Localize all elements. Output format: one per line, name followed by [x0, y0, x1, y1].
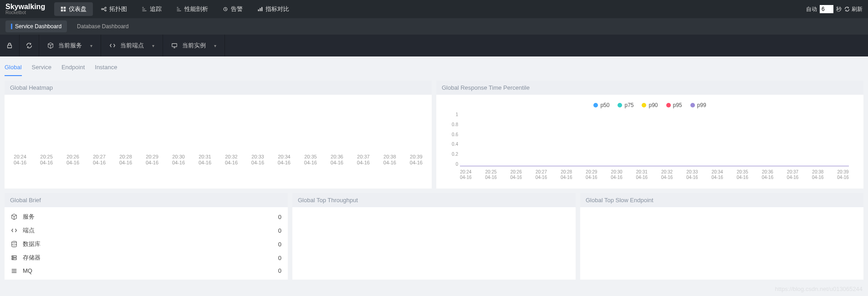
code-icon: [11, 227, 17, 234]
logo-subtitle: Rocketbot: [5, 10, 45, 15]
x-tick: 20:3604-16: [331, 154, 343, 166]
scope-tab-instance[interactable]: Instance: [95, 61, 117, 76]
x-tick: 20:3704-16: [357, 154, 370, 166]
y-tick: 0.2: [445, 152, 458, 157]
service-selector[interactable]: 当前服务 ▾: [39, 35, 101, 56]
auto-unit: 秒: [836, 5, 842, 13]
nav-item-trace[interactable]: 追踪: [135, 2, 168, 16]
legend-item-p75[interactable]: p75: [618, 102, 633, 108]
cube-icon: [47, 42, 54, 49]
percentile-legend: p50p75p90p95p99: [442, 98, 858, 112]
x-tick: 20:3104-16: [636, 169, 648, 180]
nav-item-profile[interactable]: 性能剖析: [170, 2, 214, 16]
top-throughput-panel: Global Top Throughput: [292, 193, 576, 280]
nav-label: 仪表盘: [69, 5, 87, 13]
y-tick: 0.6: [445, 132, 458, 137]
x-tick: 20:3904-16: [410, 154, 423, 166]
dashboard-tab[interactable]: Service Dashboard: [5, 20, 67, 32]
x-tick: 20:3404-16: [278, 154, 291, 166]
logo: Skywalking Rocketbot: [5, 3, 45, 15]
x-tick: 20:2804-16: [119, 154, 132, 166]
brief-value: 0: [278, 267, 281, 274]
brief-label: 存储器: [23, 254, 273, 262]
legend-item-p95[interactable]: p95: [666, 102, 682, 108]
brief-label: MQ: [23, 267, 273, 274]
nav-item-dashboard[interactable]: 仪表盘: [54, 2, 93, 16]
svg-rect-9: [260, 8, 260, 11]
nav-items: 仪表盘拓扑图追踪性能剖析告警指标对比: [54, 2, 296, 16]
lock-icon: [6, 42, 13, 49]
brief-value: 0: [278, 255, 281, 261]
x-tick: 20:3104-16: [199, 154, 211, 166]
x-tick: 20:3804-16: [812, 169, 824, 180]
legend-item-p50[interactable]: p50: [593, 102, 609, 108]
refresh-button[interactable]: 刷新: [844, 5, 863, 13]
top-slow-panel: Global Top Slow Endpoint: [580, 193, 863, 280]
service-label: 当前服务: [58, 41, 82, 50]
flat-line: [460, 166, 849, 166]
brief-label: 端点: [23, 226, 273, 235]
x-tick: 20:3404-16: [711, 169, 723, 180]
brief-list: 服务0端点0数据库0存储器0MQ0: [5, 207, 288, 280]
x-tick: 20:3704-16: [787, 169, 799, 180]
monitor-icon: [171, 42, 178, 49]
reload-icon: [26, 42, 32, 49]
top-throughput-title: Global Top Throughput: [292, 193, 576, 207]
x-tick: 20:3504-16: [736, 169, 748, 180]
top-slow-title: Global Top Slow Endpoint: [580, 193, 863, 207]
legend-label: p75: [624, 102, 633, 108]
svg-rect-11: [8, 45, 12, 48]
svg-rect-12: [172, 44, 177, 47]
svg-point-4: [102, 9, 103, 10]
legend-item-p90[interactable]: p90: [642, 102, 658, 108]
brief-row: 服务0: [5, 210, 288, 224]
scope-tab-endpoint[interactable]: Endpoint: [61, 61, 85, 76]
compare-icon: [257, 6, 263, 12]
svg-point-5: [105, 7, 106, 9]
chevron-down-icon: ▾: [214, 43, 216, 48]
svg-point-17: [13, 259, 13, 259]
nav-item-alarm[interactable]: 告警: [216, 2, 249, 16]
svg-rect-0: [61, 7, 63, 9]
brief-row: 端点0: [5, 224, 288, 237]
y-tick: 0: [445, 162, 458, 167]
endpoint-selector[interactable]: 当前端点 ▾: [101, 35, 163, 56]
brief-title: Global Brief: [5, 193, 288, 207]
brief-value: 0: [278, 227, 281, 234]
lock-button[interactable]: [0, 35, 20, 56]
scope-tab-global[interactable]: Global: [5, 61, 22, 76]
dashboard-tab[interactable]: Database Dashboard: [71, 20, 134, 32]
legend-dot: [666, 103, 671, 107]
percentile-title: Global Response Time Percentile: [436, 81, 863, 95]
svg-rect-2: [61, 10, 63, 12]
lower-row: Global Brief 服务0端点0数据库0存储器0MQ0 Global To…: [0, 193, 868, 284]
nav-item-topology[interactable]: 拓扑图: [95, 2, 133, 16]
x-tick: 20:2904-16: [146, 154, 158, 166]
x-tick: 20:2704-16: [93, 154, 106, 166]
legend-dot: [690, 103, 695, 107]
reload-button[interactable]: [20, 35, 39, 56]
percentile-chart: 10.80.60.40.20: [460, 112, 849, 167]
mq-icon: [11, 268, 17, 274]
refresh-label: 刷新: [852, 5, 863, 13]
svg-point-13: [12, 241, 17, 243]
legend-item-p99[interactable]: p99: [690, 102, 706, 108]
brief-row: MQ0: [5, 265, 288, 277]
auto-interval-input[interactable]: [820, 5, 833, 13]
x-tick: 20:3504-16: [304, 154, 317, 166]
svg-rect-10: [261, 7, 262, 11]
scope-tabs: GlobalServiceEndpointInstance: [0, 56, 868, 76]
svg-point-16: [13, 256, 13, 257]
svg-point-6: [105, 10, 106, 11]
nav-label: 拓扑图: [109, 5, 127, 13]
x-tick: 20:3204-16: [661, 169, 673, 180]
x-tick: 20:2704-16: [536, 169, 547, 180]
nav-item-compare[interactable]: 指标对比: [251, 2, 296, 16]
instance-selector[interactable]: 当前实例 ▾: [163, 35, 225, 56]
heatmap-title: Global Heatmap: [5, 81, 432, 95]
dashboard-tab-bar: Service DashboardDatabase Dashboard: [0, 18, 868, 35]
topology-icon: [101, 6, 107, 12]
plot-area: [460, 112, 849, 167]
scope-tab-service[interactable]: Service: [32, 61, 51, 76]
x-tick: 20:3904-16: [837, 169, 849, 180]
